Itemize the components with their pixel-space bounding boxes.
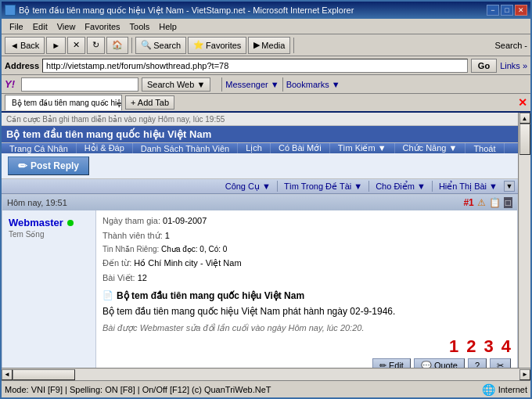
thread-title: Bộ tem đầu tiên mang quốc hiệu Việt Nam — [6, 128, 211, 140]
post-date: Hôm nay, 19:51 — [7, 198, 67, 207]
add-tab-button[interactable]: + Add Tab — [125, 95, 174, 110]
scroll-thumb[interactable] — [519, 124, 530, 155]
post-actions-row: 1 2 3 4 — [102, 336, 511, 357]
online-indicator — [67, 220, 74, 226]
refresh-button[interactable]: ↻ — [87, 37, 105, 54]
post-reply-bar-top: ✏ Post Reply — [2, 153, 518, 179]
back-button[interactable]: ◄ Back — [5, 37, 45, 54]
post-content-area: Ngày tham gia: 01-09-2007 Thành viên thứ… — [96, 210, 517, 378]
report-icon: 📋 — [489, 197, 501, 208]
stop-button[interactable]: ✕ — [67, 37, 85, 54]
status-text: Mode: VNI [F9] | Spelling: ON [F8] | On/… — [5, 385, 476, 394]
pm-label: Tin Nhắn Riêng: — [102, 245, 159, 253]
menu-edit[interactable]: Edit — [28, 20, 52, 33]
menu-help[interactable]: Help — [154, 20, 182, 33]
nav-trang-ca-nhan[interactable]: Trang Cá Nhân — [2, 143, 77, 153]
post-username[interactable]: Webmaster — [9, 217, 63, 228]
main-content: Cần cược Bản ghi tham diễn bản vào ngày … — [2, 113, 518, 383]
nav-bai-moi[interactable]: Có Bài Mới — [271, 143, 330, 153]
toolbar-separator-2 — [293, 38, 294, 53]
member-rank-label: Thành viên thứ: — [102, 231, 163, 240]
join-date-label: Ngày tham gia: — [102, 216, 160, 225]
bookmarks-button[interactable]: Bookmarks ▼ — [286, 80, 340, 89]
scroll-left-button[interactable]: ◄ — [2, 369, 13, 380]
thread-breadcrumb: Cần cược Bản ghi tham diễn bản vào ngày … — [6, 115, 225, 124]
tim-trong-button[interactable]: Tìm Trong Đề Tài ▼ — [279, 179, 367, 193]
post-header: Hôm nay, 19:51 #1 ⚠ 📋 □ — [2, 195, 517, 210]
number-4: 4 — [501, 336, 511, 357]
nav-lich[interactable]: Lịch — [238, 143, 271, 153]
maximize-button[interactable]: □ — [501, 5, 513, 16]
thread-title-bar: Bộ tem đầu tiên mang quốc hiệu Việt Nam — [2, 126, 518, 143]
tab-1[interactable]: Bộ tem đầu tiên mang quốc hiệu... × — [5, 95, 122, 110]
status-bar: Mode: VNI [F9] | Spelling: ON [F8] | On/… — [2, 380, 530, 397]
tab-1-label: Bộ tem đầu tiên mang quốc hiệu... — [12, 99, 122, 107]
post-sidebar: Webmaster Tem Sống — [2, 210, 96, 378]
browser-toolbar: ◄ Back ► ✕ ↻ 🏠 🔍 Search ⭐ Favorites ▶ Me… — [2, 34, 530, 56]
address-bar: Address Go Links » — [2, 56, 530, 75]
links-button[interactable]: Links » — [500, 61, 527, 70]
yahoo-search-button[interactable]: Search Web ▼ — [142, 77, 210, 92]
menu-view[interactable]: View — [52, 20, 81, 33]
h-scroll-thumb[interactable] — [13, 369, 75, 380]
messenger-button[interactable]: Messenger ▼ — [225, 80, 279, 89]
tools-sep-2 — [368, 181, 369, 192]
post-options-icon[interactable]: □ — [504, 197, 512, 208]
address-input[interactable] — [42, 59, 468, 73]
post-body: Webmaster Tem Sống Ngày tham gia: 01-09-… — [2, 210, 517, 378]
forum-nav: Trang Cá Nhân Hỏi & Đáp Danh Sách Thành … — [2, 143, 518, 153]
home-button[interactable]: 🏠 — [106, 37, 128, 54]
forward-button[interactable]: ► — [46, 37, 66, 54]
hien-thi-button[interactable]: Hiển Thị Bài ▼ — [434, 179, 502, 193]
tools-sep-1 — [277, 181, 278, 192]
h-scroll-track — [13, 369, 519, 380]
menu-favorites[interactable]: Favorites — [80, 20, 124, 33]
scroll-track — [519, 124, 530, 372]
nav-thoat[interactable]: Thoát — [466, 143, 504, 153]
close-tab-icon[interactable]: ✕ — [518, 96, 527, 109]
post-meta: Ngày tham gia: 01-09-2007 Thành viên thứ… — [102, 214, 511, 286]
post-number: #1 — [463, 197, 473, 208]
hien-thi-expand[interactable]: ▼ — [504, 181, 515, 192]
post-title-icon: 📄 — [102, 290, 113, 300]
post-text: Bộ tem đầu tiên mang quốc hiệu Việt Nam … — [102, 304, 511, 318]
number-2: 2 — [466, 336, 476, 357]
close-button[interactable]: ✕ — [515, 5, 527, 16]
nav-thanh-vien[interactable]: Danh Sách Thành Viên — [133, 143, 238, 153]
thread-header: Cần cược Bản ghi tham diễn bản vào ngày … — [2, 113, 518, 126]
number-1: 1 — [449, 336, 458, 357]
scroll-up-button[interactable]: ▲ — [519, 113, 530, 124]
minimize-button[interactable]: − — [487, 5, 499, 16]
post-reply-button-top[interactable]: ✏ Post Reply — [8, 156, 89, 175]
favorites-button[interactable]: ⭐ Favorites — [188, 37, 246, 54]
nav-hoi-dap[interactable]: Hỏi & Đáp — [77, 143, 133, 153]
join-date-value: 01-09-2007 — [163, 216, 207, 225]
nav-tim-kiem[interactable]: Tìm Kiếm ▼ — [330, 143, 395, 153]
search-button[interactable]: 🔍 Search — [135, 37, 186, 54]
post-title: 📄 Bộ tem đầu tiên mang quốc hiệu Việt Na… — [102, 290, 511, 301]
internet-label: Internet — [498, 385, 527, 394]
cho-diem-button[interactable]: Cho Điểm ▼ — [371, 179, 430, 193]
menu-bar: File Edit View Favorites Tools Help — [2, 19, 530, 34]
toolbar-separator — [131, 38, 132, 53]
nav-chuc-nang[interactable]: Chức Năng ▼ — [395, 143, 466, 153]
scroll-right-button[interactable]: ► — [519, 369, 530, 380]
warn-icon: ⚠ — [477, 197, 486, 208]
media-button[interactable]: ▶ Media — [248, 37, 290, 54]
status-right: 🌐 Internet — [482, 383, 527, 396]
member-rank-value: 1 — [165, 231, 170, 240]
post-edited-note: Bài được Webmaster sửa đổi lần cuối vào … — [102, 323, 511, 333]
user-rank: Tem Sống — [9, 230, 89, 239]
tab-bar: Bộ tem đầu tiên mang quốc hiệu... × + Ad… — [2, 94, 530, 113]
ie-icon — [5, 5, 16, 16]
location-label: Đến từ: — [102, 258, 131, 268]
cong-cu-button[interactable]: Công Cụ ▼ — [221, 179, 275, 193]
menu-file[interactable]: File — [5, 20, 28, 33]
go-button[interactable]: Go — [471, 59, 497, 73]
pm-value: Chưa đọc: 0, Có: 0 — [161, 245, 227, 253]
location-value: Hồ Chí Minh city - Việt Nam — [134, 258, 241, 268]
yahoo-separator-2 — [282, 77, 283, 92]
menu-tools[interactable]: Tools — [125, 20, 155, 33]
yahoo-search-input[interactable] — [25, 80, 135, 89]
search-label: Search - — [494, 41, 527, 50]
